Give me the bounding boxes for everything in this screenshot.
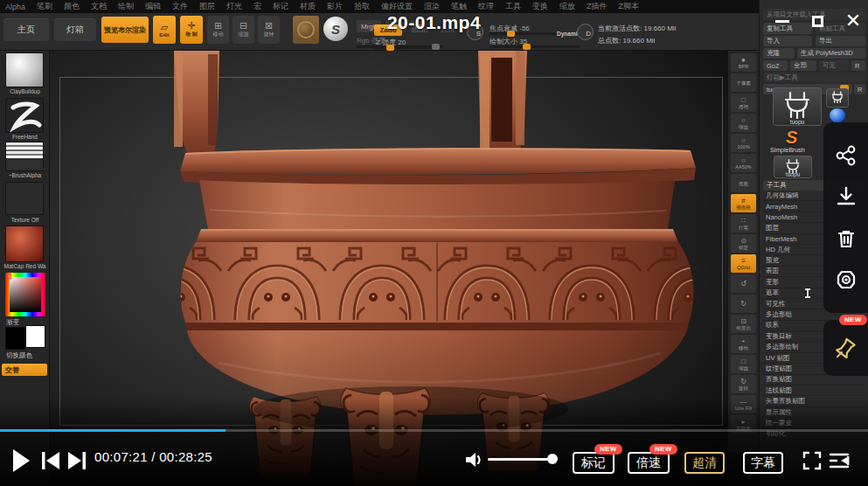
menubar-item[interactable]: 宏 [253, 1, 261, 12]
quality-button[interactable]: 超清 [684, 452, 725, 474]
tool-thumbnail-2[interactable]: tuopu [774, 156, 812, 178]
speed-button[interactable]: 倍速 [628, 452, 670, 474]
menubar-item[interactable]: 图层 [199, 1, 215, 12]
menubar-item[interactable]: 笔刷 [37, 1, 52, 12]
primary-color-swatch[interactable] [25, 325, 45, 348]
share-icon[interactable] [835, 144, 858, 167]
menubar-item[interactable]: 材质 [300, 1, 316, 12]
menubar-item[interactable]: Z脚本 [619, 1, 640, 12]
right-shelf-button[interactable]: ○ 100% [731, 134, 756, 152]
record-icon[interactable] [835, 268, 858, 291]
right-shelf-button[interactable]: □ 缩放 [731, 355, 756, 373]
menubar-item[interactable]: 影片 [327, 1, 343, 12]
right-shelf-button[interactable]: □ 透明 [731, 94, 756, 112]
z-intensity-slider[interactable] [374, 46, 432, 49]
right-shelf-button[interactable]: ↻ 旋转 [731, 375, 756, 393]
menubar-item[interactable]: 纹理 [478, 1, 494, 12]
maximize-button[interactable] [806, 10, 829, 31]
texture-thumbnail[interactable] [5, 182, 44, 215]
menubar-item[interactable]: 灯光 [226, 1, 242, 12]
goz-visible-button[interactable]: 可见 [819, 60, 849, 71]
menubar-item[interactable]: 文件 [172, 1, 188, 12]
export-button[interactable]: 导出 [816, 36, 865, 46]
previous-button[interactable] [41, 450, 60, 475]
playlist-button[interactable] [829, 452, 850, 473]
shelf-button-icon: ⊙ [740, 238, 746, 245]
tool-slider-r[interactable]: R [854, 84, 865, 94]
menubar-item[interactable]: Z插件 [587, 1, 608, 12]
stroke-thumbnail[interactable] [5, 98, 44, 133]
goz-r-button[interactable]: R [851, 60, 865, 71]
play-button[interactable] [10, 448, 31, 477]
material-thumbnail[interactable] [5, 226, 44, 262]
volume-knob[interactable] [547, 454, 558, 464]
active-tool-thumbnail[interactable]: tuopu [773, 87, 822, 126]
lightbox-tool-row[interactable]: 灯箱▶工具 [763, 73, 865, 82]
tool-palette-section[interactable]: 置换贴图 [763, 375, 865, 385]
menubar-item[interactable]: 变换 [532, 1, 548, 12]
freehand-stroke-icon [6, 99, 44, 133]
floating-action-panel [823, 122, 868, 313]
right-shelf-button[interactable]: # 楼面格 [731, 194, 756, 212]
mark-button[interactable]: 标记 [573, 452, 615, 474]
menubar-item[interactable]: 标记 [273, 1, 288, 12]
right-shelf-button[interactable]: + 移动 [731, 335, 756, 353]
right-shelf-button[interactable]: ∷ 行笔 [731, 214, 756, 233]
minimize-button[interactable] [771, 12, 794, 30]
draw-size-slider[interactable] [490, 45, 580, 48]
right-shelf-button[interactable]: ● BPR [731, 53, 756, 72]
make-polymesh3d-button[interactable]: 生成 PolyMesh3D [797, 48, 865, 59]
switch-color-label: 切换颜色 [0, 351, 50, 360]
menubar-item[interactable]: 拾取 [354, 1, 370, 12]
right-shelf-button[interactable]: ↺ [731, 274, 756, 293]
goz-button[interactable]: GoZ [763, 60, 788, 71]
brush-name-label: SimpleBrush [770, 147, 831, 153]
menubar-item[interactable]: 工具 [505, 1, 521, 12]
swap-colors-button[interactable]: 交替 [2, 364, 47, 376]
right-shelf-button[interactable]: 透视 [731, 174, 756, 192]
next-button[interactable] [67, 450, 87, 475]
volume-button[interactable] [463, 449, 484, 474]
pin-icon[interactable] [834, 336, 858, 360]
tool-palette-section[interactable]: 法线贴图 [763, 385, 865, 396]
brush-thumbnail[interactable] [5, 52, 44, 87]
goz-all-button[interactable]: 全部 [790, 60, 816, 71]
recent-tool-thumbnail[interactable] [826, 88, 849, 108]
menubar-item[interactable]: 渲染 [424, 1, 440, 12]
menubar-item[interactable]: 文档 [91, 1, 107, 12]
fullscreen-button[interactable] [802, 451, 822, 474]
right-shelf-button[interactable]: ○ AA50% [731, 154, 756, 172]
menubar-item[interactable]: 缩放 [559, 1, 575, 12]
shelf-button-label: 透明 [739, 104, 748, 109]
right-shelf-button[interactable]: ≡ QGrid [731, 254, 756, 273]
close-button[interactable]: ✕ [841, 9, 865, 33]
alpha-thumbnail[interactable] [5, 142, 44, 171]
sphere-tool-thumbnail[interactable] [830, 108, 845, 122]
subtitle-button[interactable]: 字幕 [743, 452, 783, 474]
volume-slider[interactable] [488, 458, 551, 461]
clone-button[interactable]: 克隆 [763, 48, 795, 59]
redwax-sphere-icon [6, 226, 43, 261]
import-button[interactable]: 导入 [763, 36, 812, 46]
menubar-item[interactable]: 编辑 [145, 1, 161, 12]
sv-gradient-square[interactable] [10, 277, 41, 312]
delete-icon[interactable] [835, 227, 858, 250]
menubar-item[interactable]: 笔触 [451, 1, 467, 12]
right-shelf-button[interactable]: ○ 缩放 [731, 114, 756, 132]
right-shelf-button[interactable]: ↻ [731, 295, 756, 313]
secondary-color-swatch[interactable] [5, 327, 25, 350]
simplebrush-s-icon[interactable]: S [786, 128, 807, 147]
menubar-item[interactable]: 绘制 [118, 1, 134, 12]
download-icon[interactable] [835, 185, 858, 208]
menubar-item[interactable]: 颜色 [64, 1, 80, 12]
right-shelf-button[interactable]: ⊙ 锁定 [731, 234, 756, 253]
progress-bar[interactable] [0, 429, 868, 432]
menubar-item[interactable]: 偏好设置 [381, 1, 413, 12]
shelf-button-icon: □ [741, 358, 746, 365]
right-shelf-button[interactable]: ⊡ 框显点 [731, 315, 756, 333]
ding-icon [782, 91, 812, 119]
shelf-button-label: 透视 [739, 181, 748, 186]
menubar-item[interactable]: Alpha [5, 3, 25, 11]
color-picker[interactable] [5, 273, 45, 316]
right-shelf-button[interactable]: 子像素 [731, 73, 756, 92]
